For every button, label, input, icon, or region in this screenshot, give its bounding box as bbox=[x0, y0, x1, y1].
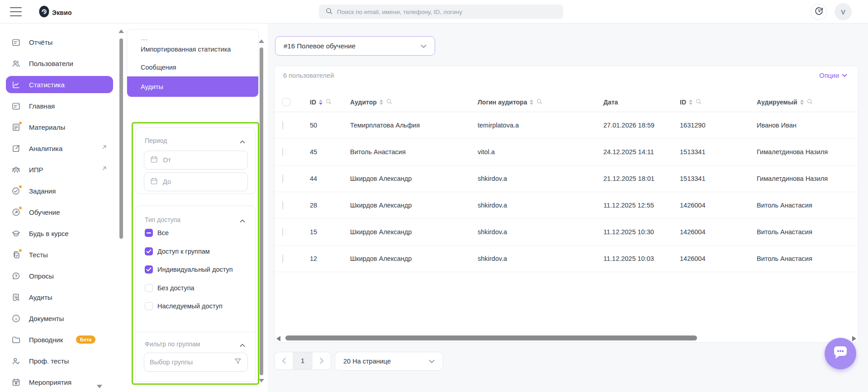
group-filter-title: Фильтр по группам bbox=[145, 340, 200, 348]
sort-icon[interactable] bbox=[800, 99, 804, 105]
column-search-icon[interactable] bbox=[806, 98, 813, 106]
sidebar-item-ipr[interactable]: ИПР bbox=[0, 161, 117, 178]
sidebar-item-documents[interactable]: Документы bbox=[0, 310, 117, 327]
row-cell: 27.01.2026 18:59 bbox=[603, 122, 680, 129]
column-header[interactable]: Аудитор bbox=[350, 98, 478, 106]
row-checkbox[interactable] bbox=[282, 201, 283, 209]
filter-scroll-down-icon[interactable] bbox=[259, 379, 264, 383]
row-cell: 24.12.2025 14:11 bbox=[603, 148, 680, 156]
checkbox-checked[interactable] bbox=[145, 265, 153, 274]
column-search-icon[interactable] bbox=[325, 98, 332, 106]
column-header[interactable]: ID bbox=[310, 98, 350, 106]
row-checkbox[interactable] bbox=[282, 121, 283, 129]
column-header[interactable]: Логин аудитора bbox=[478, 98, 603, 106]
notification-dot bbox=[19, 249, 22, 252]
user-check-icon bbox=[11, 356, 21, 366]
brand-logo[interactable]: Эквио bbox=[39, 5, 72, 19]
chat-button[interactable] bbox=[825, 338, 856, 369]
table-row[interactable]: 50Темирплатова Альфияtemirplatova.a27.01… bbox=[275, 112, 858, 139]
pagination: 1 bbox=[274, 352, 331, 370]
column-header[interactable]: Дата bbox=[603, 99, 680, 106]
prev-page-button[interactable] bbox=[275, 352, 293, 369]
table-row[interactable]: 44Шкирдов Александрshkirdov.a21.12.2025 … bbox=[275, 165, 858, 192]
table-row[interactable]: 45Витоль Анастасияvitol.a24.12.2025 14:1… bbox=[275, 139, 858, 165]
access-option-unchecked[interactable]: Без доступа bbox=[145, 283, 194, 293]
checkbox-indeterminate[interactable] bbox=[145, 229, 153, 237]
sidebar-item-materials[interactable]: Материалы bbox=[0, 118, 117, 136]
sidebar-item-home[interactable]: Главная bbox=[0, 97, 117, 114]
sort-icon[interactable] bbox=[530, 99, 533, 105]
row-checkbox[interactable] bbox=[282, 175, 283, 183]
submenu-item[interactable]: Сообщения bbox=[127, 58, 258, 76]
sort-icon[interactable] bbox=[689, 99, 693, 105]
row-checkbox[interactable] bbox=[282, 148, 283, 156]
sidebar-item-users[interactable]: Пользователи bbox=[0, 55, 117, 72]
submenu-item-active[interactable]: Аудиты bbox=[127, 76, 258, 97]
date-to-input[interactable]: До bbox=[144, 172, 248, 191]
sidebar-item-label: Проводник bbox=[29, 336, 63, 344]
select-all-checkbox[interactable] bbox=[282, 98, 290, 106]
row-checkbox[interactable] bbox=[282, 228, 283, 236]
access-type-collapse-icon[interactable] bbox=[240, 217, 245, 225]
checkbox-checked[interactable] bbox=[145, 247, 153, 255]
sidebar-item-analytics[interactable]: Аналитика bbox=[0, 140, 117, 157]
panel-scroll-up-icon[interactable] bbox=[119, 29, 124, 33]
column-header[interactable]: Аудируемый bbox=[757, 98, 854, 106]
audits-table-card: 6 пользователей Опции IDАудиторЛогин ауд… bbox=[274, 66, 859, 343]
submenu-item[interactable]: Импортированная статистика bbox=[127, 40, 258, 58]
hscrollbar-thumb[interactable] bbox=[285, 335, 697, 340]
history-button[interactable] bbox=[811, 4, 827, 20]
sidebar-item-explorer[interactable]: ПроводникБета bbox=[0, 331, 117, 348]
access-option-unchecked[interactable]: Наследуемый доступ bbox=[145, 301, 223, 312]
hamburger-menu-icon[interactable] bbox=[10, 7, 22, 16]
column-header[interactable]: ID bbox=[680, 98, 757, 106]
row-cell: Шкирдов Александр bbox=[350, 175, 478, 182]
checkbox-unchecked[interactable] bbox=[145, 302, 153, 310]
per-page-select[interactable]: 20 На странице bbox=[335, 352, 443, 371]
search-input[interactable]: Поиск по email, имени, телефону, ID, лог… bbox=[319, 5, 563, 19]
period-collapse-icon[interactable] bbox=[240, 137, 245, 146]
hscroll-left-icon[interactable] bbox=[276, 336, 280, 341]
course-select[interactable]: #16 Полевое обучение bbox=[275, 36, 435, 56]
next-page-button[interactable] bbox=[313, 352, 331, 369]
sort-icon[interactable] bbox=[379, 99, 383, 105]
options-button[interactable]: Опции bbox=[819, 72, 847, 79]
beta-badge: Бета bbox=[76, 335, 95, 344]
current-page[interactable]: 1 bbox=[293, 352, 313, 369]
row-checkbox[interactable] bbox=[282, 255, 283, 263]
sort-icon[interactable] bbox=[319, 99, 323, 105]
sidebar-item-reports[interactable]: Отчёты bbox=[0, 33, 117, 51]
group-select-input[interactable]: Выбор группы bbox=[144, 353, 248, 372]
column-search-icon[interactable] bbox=[386, 98, 393, 106]
date-from-input[interactable]: От bbox=[144, 151, 248, 170]
sidebar-item-prof-tests[interactable]: Проф. тесты bbox=[0, 352, 117, 369]
row-cell: Иванов Иван bbox=[757, 122, 854, 129]
checkbox-unchecked[interactable] bbox=[145, 284, 153, 292]
column-search-icon[interactable] bbox=[536, 98, 543, 106]
row-cell: Витоль Анастасия bbox=[757, 228, 854, 236]
avatar-initial: V bbox=[841, 8, 845, 16]
row-cell: 1426004 bbox=[680, 228, 757, 236]
group-filter-collapse-icon[interactable] bbox=[240, 341, 245, 349]
table-row[interactable]: 15Шкирдов Александрshkirdov.a11.12.2025 … bbox=[275, 219, 858, 246]
table-row[interactable]: 12Шкирдов Александрshkirdov.a11.12.2025 … bbox=[275, 246, 858, 272]
table-row[interactable]: 28Шкирдов Александрshkirdov.a11.12.2025 … bbox=[275, 192, 858, 219]
sidebar-item-stay-tuned[interactable]: Будь в курсе bbox=[0, 225, 117, 242]
sidebar-item-learning[interactable]: Обучение bbox=[0, 203, 117, 221]
filter-scroll-up-icon[interactable] bbox=[259, 39, 264, 43]
sidebar-item-label: Мероприятия bbox=[29, 378, 71, 386]
access-option-indeterminate[interactable]: Все bbox=[145, 227, 169, 238]
avatar[interactable]: V bbox=[835, 3, 852, 20]
column-search-icon[interactable] bbox=[695, 98, 702, 106]
sidebar-item-surveys[interactable]: Опросы bbox=[0, 267, 117, 284]
hscroll-right-icon[interactable] bbox=[852, 336, 856, 341]
filter-scrollbar-thumb[interactable] bbox=[260, 47, 263, 375]
access-option-checked[interactable]: Доступ к группам bbox=[145, 246, 210, 257]
sidebar-item-tasks[interactable]: Задания bbox=[0, 182, 117, 199]
access-option-checked[interactable]: Индивидуальный доступ bbox=[145, 264, 233, 275]
sidebar-item-statistics[interactable]: Статистика bbox=[6, 76, 113, 93]
sidebar-scroll-down-icon[interactable] bbox=[97, 385, 102, 388]
panel-scrollbar-thumb[interactable] bbox=[119, 38, 123, 239]
sidebar-item-audits[interactable]: Аудиты bbox=[0, 288, 117, 306]
sidebar-item-tests[interactable]: Тесты bbox=[0, 246, 117, 263]
